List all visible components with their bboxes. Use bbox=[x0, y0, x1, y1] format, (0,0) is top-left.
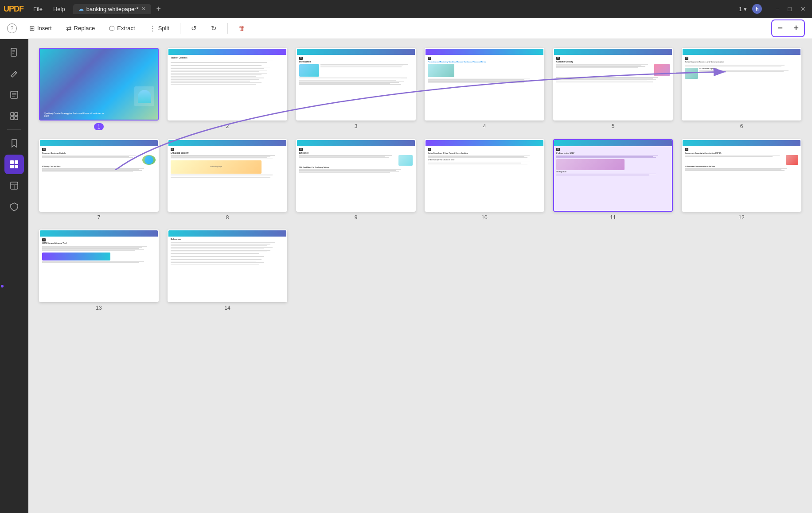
svg-rect-16 bbox=[15, 165, 18, 168]
thumbnails-area[interactable]: The Most Crucial Strategy for Banks and … bbox=[28, 39, 812, 513]
page-thumbnail-14[interactable]: References bbox=[168, 229, 287, 311]
page-number-5: 5 bbox=[612, 123, 615, 129]
page-thumbnail-12[interactable]: 15 Documents Security is the priority of… bbox=[682, 139, 801, 221]
sidebar-item-document[interactable] bbox=[4, 43, 24, 62]
titlebar-menu: File Help bbox=[29, 5, 70, 13]
page-thumbnail-5[interactable]: 03 Customer Loyalty bbox=[553, 48, 673, 130]
active-tab[interactable]: ☁ banking whitepaper* ✕ bbox=[73, 4, 151, 14]
toolbar-right: − + bbox=[771, 19, 805, 37]
toolbar: ? ⊞ Insert ⇄ Replace ⬡ Extract ⋮ Split ↺… bbox=[0, 18, 812, 39]
page-thumbnail-4[interactable]: 02 Promotes and Reducing Workload Across… bbox=[425, 48, 544, 130]
replace-icon: ⇄ bbox=[66, 24, 72, 32]
sidebar-item-annotate[interactable] bbox=[4, 85, 24, 105]
insert-button[interactable]: ⊞ Insert bbox=[24, 22, 57, 35]
sidebar-item-organize[interactable] bbox=[4, 106, 24, 126]
zoom-buttons-group: − + bbox=[771, 19, 805, 37]
rotate-right-button[interactable]: ↻ bbox=[206, 22, 222, 35]
titlebar-right: 1 ▾ h − □ ✕ bbox=[739, 4, 808, 14]
page-number-11: 11 bbox=[610, 214, 616, 221]
active-indicator-dot bbox=[1, 285, 4, 288]
zoom-in-button[interactable]: + bbox=[789, 21, 803, 35]
add-tab-button[interactable]: + bbox=[154, 4, 164, 14]
split-icon: ⋮ bbox=[149, 24, 156, 32]
sidebar-item-pages[interactable] bbox=[4, 155, 24, 174]
rotate-left-icon: ↺ bbox=[191, 24, 197, 32]
page-number-13: 13 bbox=[96, 305, 102, 311]
extract-button[interactable]: ⬡ Extract bbox=[104, 22, 140, 35]
main-area: The Most Crucial Strategy for Banks and … bbox=[0, 39, 812, 513]
toolbar-separator-2 bbox=[227, 23, 228, 34]
delete-icon: 🗑 bbox=[238, 24, 245, 32]
page-thumbnail-10[interactable]: 11 Going Paperless: A Step Toward Green … bbox=[425, 139, 544, 221]
sidebar-item-bookmark[interactable] bbox=[4, 133, 24, 153]
page-number-8: 8 bbox=[226, 214, 229, 221]
page-thumbnail-1[interactable]: The Most Crucial Strategy for Banks and … bbox=[39, 48, 159, 130]
page-number-3: 3 bbox=[355, 123, 358, 129]
page-thumbnail-11[interactable]: 13 It's Easy to Use UPDF 14 eSignature bbox=[553, 139, 673, 221]
user-avatar[interactable]: h bbox=[752, 4, 762, 14]
page-thumbnail-9[interactable]: 09 Efficiency 10 A Good News For D bbox=[296, 139, 416, 221]
page-number-2: 2 bbox=[226, 123, 229, 129]
svg-rect-12 bbox=[15, 117, 18, 120]
svg-line-4 bbox=[15, 72, 16, 74]
sidebar-item-security[interactable] bbox=[4, 197, 24, 217]
page-thumbnail-2[interactable]: Table of Contents bbox=[168, 48, 287, 130]
tab-label: banking whitepaper* bbox=[86, 6, 139, 12]
insert-icon: ⊞ bbox=[29, 24, 35, 32]
page-thumbnail-8[interactable]: 08 Enhanced Security food/cooking image bbox=[168, 139, 287, 221]
help-icon: ? bbox=[11, 25, 14, 31]
app-logo: UPDF bbox=[4, 4, 23, 14]
sidebar-item-extract[interactable] bbox=[4, 176, 24, 195]
replace-button[interactable]: ⇄ Replace bbox=[61, 22, 101, 35]
svg-rect-9 bbox=[11, 113, 14, 116]
sidebar-divider-1 bbox=[7, 129, 21, 130]
split-button[interactable]: ⋮ Split bbox=[144, 22, 175, 35]
zoom-out-button[interactable]: − bbox=[773, 21, 787, 35]
page-thumbnail-7[interactable]: 06 Promotes Business Globally bbox=[39, 139, 159, 221]
page-number-6: 6 bbox=[740, 123, 743, 129]
extract-icon: ⬡ bbox=[109, 24, 115, 32]
toolbar-separator-1 bbox=[180, 23, 180, 34]
window-controls: − □ ✕ bbox=[773, 4, 808, 13]
zoom-in-icon: + bbox=[793, 23, 799, 33]
minimize-button[interactable]: − bbox=[773, 4, 781, 13]
cloud-icon: ☁ bbox=[78, 6, 84, 12]
page-thumbnail-3[interactable]: 01 Introduction bbox=[296, 48, 416, 130]
page-number-7: 7 bbox=[98, 214, 101, 221]
page-number-12: 12 bbox=[738, 214, 744, 221]
svg-rect-10 bbox=[15, 113, 18, 116]
delete-button[interactable]: 🗑 bbox=[233, 22, 250, 34]
help-button[interactable]: ? bbox=[7, 23, 17, 33]
svg-rect-15 bbox=[10, 165, 14, 168]
page-number-9: 9 bbox=[355, 214, 358, 221]
page-number-4: 4 bbox=[483, 123, 486, 129]
svg-rect-11 bbox=[11, 117, 14, 120]
svg-rect-0 bbox=[11, 48, 16, 56]
close-button[interactable]: ✕ bbox=[798, 4, 808, 13]
page-number-1: 1 bbox=[94, 123, 104, 130]
file-menu[interactable]: File bbox=[29, 5, 47, 13]
help-menu[interactable]: Help bbox=[49, 5, 70, 13]
sidebar bbox=[0, 39, 28, 513]
sidebar-item-edit[interactable] bbox=[4, 64, 24, 83]
zoom-out-icon: − bbox=[777, 23, 783, 33]
page-number-10: 10 bbox=[481, 214, 487, 221]
page-indicator[interactable]: 1 ▾ bbox=[739, 6, 747, 12]
page-thumbnail-6[interactable]: 04 Better Customer Services and Communic… bbox=[682, 48, 801, 130]
tab-close-icon[interactable]: ✕ bbox=[141, 6, 146, 12]
page-number-14: 14 bbox=[224, 305, 230, 311]
rotate-right-icon: ↻ bbox=[211, 24, 217, 32]
page-thumbnail-13[interactable]: 17 UPDF is an all-in-one Tool. bbox=[39, 229, 159, 311]
svg-rect-13 bbox=[10, 160, 14, 164]
rotate-left-button[interactable]: ↺ bbox=[186, 22, 202, 35]
titlebar: UPDF File Help ☁ banking whitepaper* ✕ +… bbox=[0, 0, 812, 18]
svg-rect-14 bbox=[15, 160, 18, 164]
maximize-button[interactable]: □ bbox=[785, 4, 794, 13]
thumbnails-grid: The Most Crucial Strategy for Banks and … bbox=[39, 48, 801, 311]
